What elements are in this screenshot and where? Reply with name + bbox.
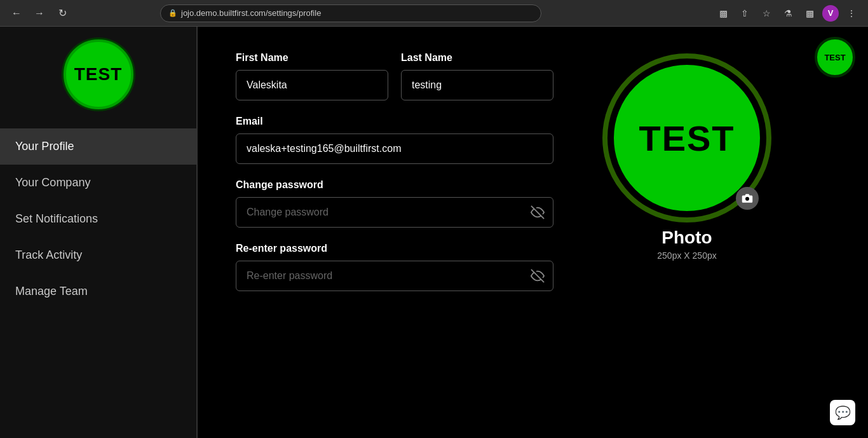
sidebar-item-label: Your Profile	[15, 140, 74, 153]
back-button[interactable]: ←	[8, 4, 25, 22]
form-section: First Name Last Name Email Change passwo…	[236, 52, 553, 413]
first-name-label: First Name	[236, 52, 388, 64]
sidebar-item-your-company[interactable]: Your Company	[0, 165, 196, 201]
top-right-badge: TEST	[815, 37, 855, 78]
sidebar-item-set-notifications[interactable]: Set Notifications	[0, 201, 196, 237]
forward-button[interactable]: →	[31, 4, 48, 22]
sidebar: TEST Your Profile Your Company Set Notif…	[0, 27, 197, 438]
layout-button[interactable]: ▩	[801, 4, 818, 22]
address-bar[interactable]: 🔒 jojo.demo.builtfirst.com/settings/prof…	[160, 4, 541, 22]
avatar-wrapper: TEST	[607, 58, 766, 217]
sidebar-item-your-profile[interactable]: Your Profile	[0, 128, 196, 165]
sidebar-item-label: Manage Team	[15, 285, 88, 298]
sidebar-item-label: Your Company	[15, 176, 90, 189]
bookmark-button[interactable]: ☆	[757, 4, 775, 22]
avatar-text: TEST	[639, 118, 735, 159]
sidebar-item-manage-team[interactable]: Manage Team	[0, 273, 196, 310]
chat-widget[interactable]: 💬	[830, 400, 855, 425]
change-password-group: Change password	[236, 179, 553, 228]
upload-photo-button[interactable]	[736, 187, 759, 210]
change-password-wrapper	[236, 197, 553, 228]
photo-label: Photo	[661, 228, 712, 248]
re-enter-password-group: Re-enter password	[236, 243, 553, 291]
share-button[interactable]: ⇧	[736, 4, 754, 22]
sidebar-nav: Your Profile Your Company Set Notificati…	[0, 128, 196, 310]
email-label: Email	[236, 116, 553, 127]
toggle-re-enter-password-visibility[interactable]	[531, 269, 545, 283]
top-right-badge-text: TEST	[824, 53, 845, 62]
logo-circle: TEST	[64, 39, 133, 109]
extensions-button[interactable]: ⚗	[779, 4, 797, 22]
url-text: jojo.demo.builtfirst.com/settings/profil…	[181, 8, 321, 18]
first-name-input[interactable]	[236, 70, 388, 100]
first-name-group: First Name	[236, 52, 388, 100]
browser-actions: ▩ ⇧ ☆ ⚗ ▩ V ⋮	[714, 4, 860, 22]
browser-chrome: ← → ↻ 🔒 jojo.demo.builtfirst.com/setting…	[0, 0, 868, 27]
change-password-label: Change password	[236, 179, 553, 191]
main-content: First Name Last Name Email Change passwo…	[198, 27, 868, 438]
chrome-profile-avatar[interactable]: V	[822, 5, 839, 22]
reload-button[interactable]: ↻	[53, 4, 71, 22]
menu-button[interactable]: ⋮	[843, 4, 860, 22]
last-name-label: Last Name	[401, 52, 553, 64]
email-group: Email	[236, 116, 553, 164]
photo-size-label: 250px X 250px	[657, 250, 716, 261]
app-container: TEST Your Profile Your Company Set Notif…	[0, 27, 868, 438]
sidebar-item-track-activity[interactable]: Track Activity	[0, 237, 196, 273]
email-input[interactable]	[236, 133, 553, 164]
name-row: First Name Last Name	[236, 52, 553, 100]
re-enter-password-label: Re-enter password	[236, 243, 553, 254]
lock-icon: 🔒	[168, 9, 177, 17]
re-enter-password-input[interactable]	[236, 261, 553, 291]
sidebar-item-label: Track Activity	[15, 249, 82, 261]
cast-button[interactable]: ▩	[714, 4, 732, 22]
re-enter-password-wrapper	[236, 261, 553, 291]
svg-point-2	[745, 197, 749, 201]
sidebar-logo: TEST	[0, 27, 196, 122]
logo-text: TEST	[74, 64, 123, 85]
last-name-input[interactable]	[401, 70, 553, 100]
last-name-group: Last Name	[401, 52, 553, 100]
sidebar-item-label: Set Notifications	[15, 212, 98, 225]
change-password-input[interactable]	[236, 197, 553, 228]
toggle-change-password-visibility[interactable]	[531, 205, 545, 219]
chat-icon: 💬	[835, 405, 851, 420]
photo-section: TEST Photo 250px X 250px	[604, 52, 770, 413]
